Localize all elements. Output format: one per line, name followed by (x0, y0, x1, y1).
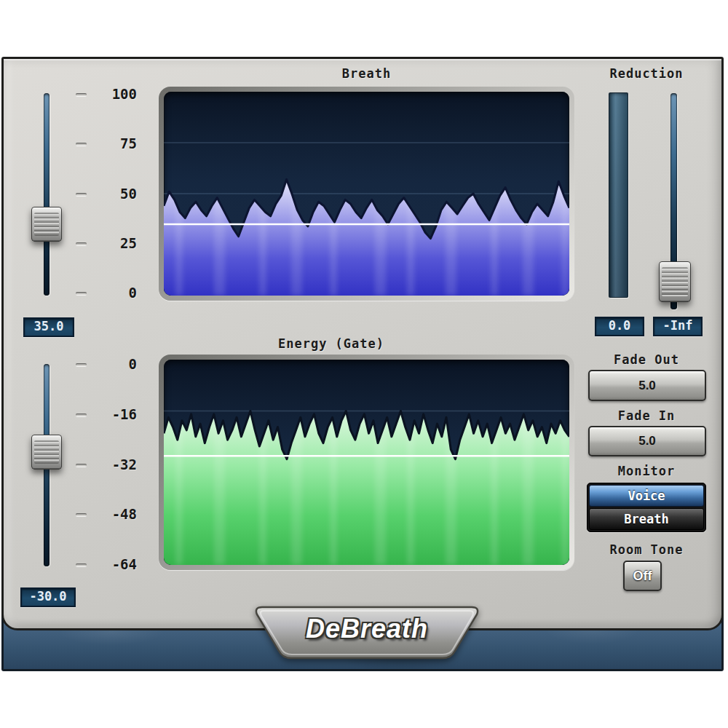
monitor-option-breath[interactable]: Breath (589, 508, 704, 530)
energy-threshold-value[interactable]: -30.0 (20, 587, 76, 607)
energy-waveform-display (159, 355, 574, 570)
breath-threshold-value[interactable]: 35.0 (23, 317, 74, 337)
scale-tick-label: -32 (112, 456, 137, 472)
breath-waveform-chart (164, 92, 569, 296)
room-tone-toggle-button[interactable]: Off (623, 561, 662, 591)
scale-tick (76, 513, 87, 516)
energy-waveform-screen (164, 360, 569, 565)
monitor-selector: Voice Breath (587, 483, 706, 532)
reduction-meter (609, 92, 628, 298)
energy-waveform-chart (164, 360, 569, 565)
scale-tick (76, 464, 87, 467)
reduction-fader-handle[interactable] (659, 261, 691, 302)
fade-in-label: Fade In (587, 408, 706, 423)
breath-waveform-display (159, 87, 574, 301)
scale-tick (76, 563, 87, 566)
fade-in-button[interactable]: 5.0 (588, 426, 706, 456)
monitor-label: Monitor (587, 464, 706, 478)
energy-threshold-scale: 0-16-32-48-64 (76, 0, 137, 655)
monitor-option-voice[interactable]: Voice (589, 485, 704, 507)
scale-tick (76, 414, 87, 416)
reduction-fader-value[interactable]: -Inf (653, 317, 703, 336)
fade-out-button[interactable]: 5.0 (588, 370, 706, 401)
room-tone-label: Room Tone (587, 542, 706, 557)
reduction-meter-value: 0.0 (595, 317, 644, 336)
energy-threshold-fader-handle[interactable] (31, 435, 62, 470)
plugin-name-logo: DeBreath (252, 614, 482, 644)
energy-display-title: Energy (Gate) (131, 336, 531, 351)
debreath-plugin-window: Breath 1007550250 35.0 Reduction 0.0 -In… (0, 0, 728, 728)
breath-waveform-screen (164, 92, 569, 296)
scale-tick (76, 363, 87, 366)
scale-tick-label: -64 (112, 556, 137, 572)
breath-threshold-fader-handle[interactable] (31, 207, 62, 242)
breath-display-title: Breath (159, 66, 574, 81)
scale-tick-label: -48 (112, 506, 137, 522)
breath-threshold-track[interactable] (44, 93, 50, 296)
scale-tick-label: 0 (129, 356, 137, 372)
scale-tick-label: -16 (112, 406, 137, 422)
reduction-label: Reduction (587, 66, 706, 81)
fade-out-label: Fade Out (587, 352, 706, 367)
